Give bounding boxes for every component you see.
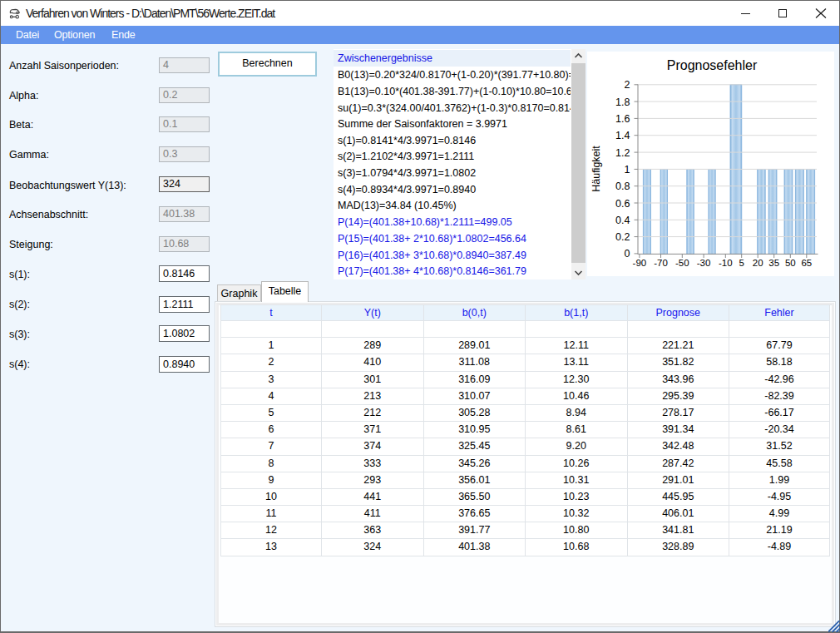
svg-text:1: 1 — [625, 164, 630, 176]
svg-text:20: 20 — [753, 258, 763, 268]
svg-text:-70: -70 — [654, 258, 668, 268]
svg-text:50: 50 — [785, 258, 796, 268]
svg-text:-10: -10 — [719, 258, 733, 268]
svg-text:-50: -50 — [675, 258, 689, 268]
svg-text:Häufigkeit: Häufigkeit — [590, 146, 602, 192]
svg-text:0: 0 — [625, 248, 630, 260]
svg-text:-30: -30 — [697, 258, 711, 268]
svg-text:2: 2 — [625, 79, 630, 91]
svg-text:1.2: 1.2 — [615, 147, 630, 159]
svg-text:1.4: 1.4 — [615, 130, 630, 141]
svg-text:35: 35 — [768, 258, 779, 268]
svg-text:-90: -90 — [633, 258, 647, 268]
svg-text:1.8: 1.8 — [615, 96, 630, 108]
svg-text:Prognosefehler: Prognosefehler — [667, 58, 758, 72]
svg-text:1.6: 1.6 — [615, 113, 630, 125]
svg-text:0.8: 0.8 — [615, 181, 630, 192]
svg-text:5: 5 — [739, 258, 744, 268]
svg-text:0.4: 0.4 — [615, 215, 630, 226]
svg-text:0.6: 0.6 — [615, 198, 630, 210]
svg-text:65: 65 — [801, 258, 812, 268]
svg-text:0.2: 0.2 — [615, 231, 630, 243]
